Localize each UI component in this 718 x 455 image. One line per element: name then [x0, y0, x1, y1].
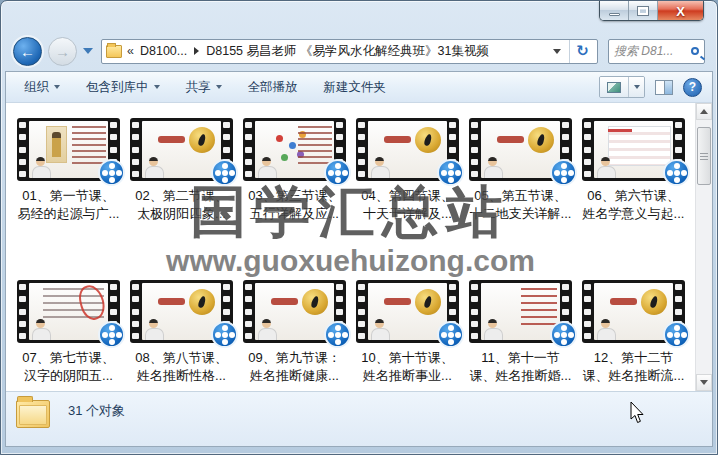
item-count: 31 个对象	[68, 402, 125, 420]
lecturer-figure	[145, 157, 162, 178]
help-button[interactable]: ?	[683, 78, 702, 97]
organize-menu[interactable]: 组织	[24, 79, 60, 96]
breadcrumb-current[interactable]: D8155 易昌老师 《易学风水化解经典班》31集视频	[206, 43, 489, 60]
lecturer-figure	[258, 319, 275, 340]
file-name[interactable]: 01、第一节课、易经的起源与广...	[12, 187, 125, 223]
media-player-icon	[98, 159, 125, 186]
video-thumbnail	[469, 118, 572, 181]
media-player-icon	[550, 321, 577, 348]
forward-arrow-icon: →	[55, 43, 70, 60]
lecturer-figure	[371, 319, 388, 340]
file-name[interactable]: 04、第四节课、十天干详解及...	[351, 187, 464, 223]
explorer-window: X ← → « D8100... D8155 易昌老师 《易学风水化解经典班》3…	[0, 0, 718, 455]
maximize-button[interactable]	[629, 1, 658, 21]
chevron-down-icon	[634, 85, 640, 89]
vertical-scrollbar[interactable]	[695, 103, 712, 391]
change-view-button[interactable]	[599, 76, 645, 98]
close-icon: X	[676, 4, 685, 19]
file-item[interactable]: 08、第八节课、姓名推断性格...	[125, 280, 238, 385]
mouse-cursor	[630, 402, 645, 428]
file-name[interactable]: 02、第二节课、太极阴阳四象...	[125, 187, 238, 223]
video-thumbnail	[17, 280, 120, 343]
recent-pages-dropdown-icon[interactable]	[83, 48, 93, 54]
play-all-label: 全部播放	[248, 79, 298, 96]
file-item[interactable]: 11、第十一节课、姓名推断婚...	[464, 280, 577, 385]
breadcrumb-collapsed[interactable]: «	[127, 44, 134, 58]
breadcrumb-separator-icon[interactable]	[194, 47, 199, 55]
file-item[interactable]: 05、第五节课、十二地支关详解...	[464, 118, 577, 223]
toolbar-right-group: ?	[599, 76, 702, 98]
file-name[interactable]: 09、第九节课：姓名推断健康...	[238, 349, 351, 385]
media-player-icon	[98, 321, 125, 348]
video-thumbnail	[582, 280, 685, 343]
new-folder-button[interactable]: 新建文件夹	[324, 79, 387, 96]
media-player-icon	[324, 159, 351, 186]
file-item[interactable]: 01、第一节课、易经的起源与广...	[12, 118, 125, 223]
file-row-1: 01、第一节课、易经的起源与广... 02、第二节课、太极阴阳四象...	[12, 118, 689, 223]
file-name[interactable]: 05、第五节课、十二地支关详解...	[464, 187, 577, 223]
video-thumbnail	[356, 280, 459, 343]
breadcrumb-root[interactable]: D8100...	[140, 44, 187, 58]
minimize-icon	[609, 13, 620, 16]
navigation-bar: ← → « D8100... D8155 易昌老师 《易学风水化解经典班》31集…	[1, 31, 717, 71]
lecturer-figure	[32, 157, 49, 178]
file-name[interactable]: 11、第十一节课、姓名推断婚...	[464, 349, 577, 385]
media-player-icon	[211, 321, 238, 348]
back-arrow-icon: ←	[20, 43, 35, 60]
file-item[interactable]: 07、第七节课、汉字的阴阳五...	[12, 280, 125, 385]
media-player-icon	[437, 321, 464, 348]
file-item[interactable]: 10、第十节课、姓名推断事业...	[351, 280, 464, 385]
file-item[interactable]: 12、第十二节课、姓名推断流...	[577, 280, 690, 385]
scroll-down-button[interactable]	[696, 374, 712, 391]
preview-pane-button[interactable]	[655, 80, 673, 95]
lecturer-figure	[371, 157, 388, 178]
share-label: 共享	[186, 79, 211, 96]
file-item[interactable]: 02、第二节课、太极阴阳四象...	[125, 118, 238, 223]
search-box[interactable]: 搜索 D81...	[608, 39, 705, 64]
file-row-2: 07、第七节课、汉字的阴阳五... 08、第八节课、姓名推断性格...	[12, 280, 689, 385]
refresh-button[interactable]: ↻	[569, 40, 595, 63]
file-item[interactable]: 06、第六节课、姓名学意义与起...	[577, 118, 690, 223]
address-bar[interactable]: « D8100... D8155 易昌老师 《易学风水化解经典班》31集视频 ↻	[101, 39, 598, 64]
media-player-icon	[437, 159, 464, 186]
arrow-down-icon	[700, 380, 708, 385]
views-dropdown-button[interactable]	[628, 77, 644, 97]
play-all-button[interactable]: 全部播放	[248, 79, 298, 96]
file-name[interactable]: 03、第三节课、五行详解及应...	[238, 187, 351, 223]
views-icon[interactable]	[600, 77, 628, 97]
lecturer-figure	[32, 319, 49, 340]
file-name[interactable]: 10、第十节课、姓名推断事业...	[351, 349, 464, 385]
file-item[interactable]: 03、第三节课、五行详解及应...	[238, 118, 351, 223]
lecturer-figure	[258, 157, 275, 178]
scroll-up-button[interactable]	[696, 103, 712, 120]
scrollbar-thumb[interactable]	[697, 127, 711, 185]
file-name[interactable]: 12、第十二节课、姓名推断流...	[577, 349, 690, 385]
back-button[interactable]: ←	[13, 37, 42, 66]
lecturer-figure	[484, 319, 501, 340]
caption-buttons: X	[599, 1, 704, 21]
file-name[interactable]: 06、第六节课、姓名学意义与起...	[577, 187, 690, 223]
chevron-down-icon	[154, 85, 160, 89]
title-bar[interactable]: X	[1, 1, 717, 31]
include-in-library-menu[interactable]: 包含到库中	[86, 79, 160, 96]
forward-button[interactable]: →	[48, 37, 77, 66]
arrow-up-icon	[700, 109, 708, 114]
folder-icon	[16, 400, 50, 428]
lecturer-figure	[597, 157, 614, 178]
command-toolbar: 组织 包含到库中 共享 全部播放 新建文件夹	[6, 72, 712, 103]
search-icon[interactable]	[691, 47, 699, 55]
file-item[interactable]: 04、第四节课、十天干详解及...	[351, 118, 464, 223]
media-player-icon	[663, 321, 690, 348]
file-list-area[interactable]: 01、第一节课、易经的起源与广... 02、第二节课、太极阴阳四象...	[6, 103, 712, 391]
file-name[interactable]: 08、第八节课、姓名推断性格...	[125, 349, 238, 385]
minimize-button[interactable]	[600, 1, 629, 21]
chevron-down-icon	[216, 85, 222, 89]
video-thumbnail	[130, 118, 233, 181]
media-player-icon	[663, 159, 690, 186]
file-grid: 01、第一节课、易经的起源与广... 02、第二节课、太极阴阳四象...	[12, 118, 689, 385]
file-name[interactable]: 07、第七节课、汉字的阴阳五...	[12, 349, 125, 385]
address-dropdown-icon[interactable]	[553, 49, 561, 54]
close-button[interactable]: X	[658, 1, 703, 21]
file-item[interactable]: 09、第九节课：姓名推断健康...	[238, 280, 351, 385]
share-menu[interactable]: 共享	[186, 79, 222, 96]
